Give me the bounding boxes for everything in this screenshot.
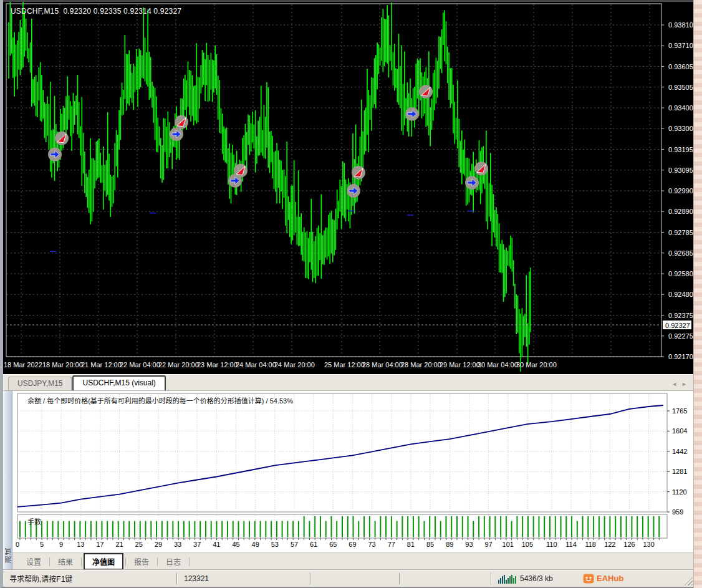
svg-text:5: 5: [40, 541, 44, 548]
svg-text:0.92685: 0.92685: [668, 249, 693, 257]
svg-text:0.93505: 0.93505: [668, 84, 693, 91]
svg-text:122: 122: [604, 541, 615, 548]
svg-text:0.93810: 0.93810: [668, 21, 693, 29]
svg-text:53: 53: [271, 541, 279, 548]
svg-text:69: 69: [349, 541, 356, 548]
svg-text:0.92785: 0.92785: [668, 229, 693, 236]
svg-text:22 Mar 20:00: 22 Mar 20:00: [158, 361, 199, 369]
svg-text:0.92375: 0.92375: [668, 312, 693, 319]
tab-separator: [125, 557, 126, 566]
svg-text:77: 77: [388, 541, 395, 548]
svg-text:0.92480: 0.92480: [668, 291, 693, 298]
svg-text:1281: 1281: [672, 468, 687, 475]
tester-tab-bar: 设置 结果 净值图 报告 日志: [12, 552, 693, 570]
svg-text:126: 126: [623, 541, 635, 548]
tab-scroll-left-icon[interactable]: ◄: [671, 381, 677, 387]
equity-chart-title: 余额 / 每个即时价格(基于所有可利用的最小时段的每一个价格的分形插值计算) /…: [27, 395, 293, 405]
svg-text:1765: 1765: [672, 407, 687, 415]
svg-text:101: 101: [502, 541, 514, 548]
svg-text:81: 81: [407, 541, 415, 548]
svg-text:97: 97: [484, 541, 492, 548]
tester-tab-equity-graph[interactable]: 净值图: [84, 553, 123, 570]
tester-tab-results[interactable]: 结果: [52, 554, 79, 569]
tab-separator: [157, 557, 158, 566]
svg-text:0.93400: 0.93400: [668, 104, 693, 112]
svg-text:57: 57: [291, 541, 298, 548]
svg-text:24 Mar 20:00: 24 Mar 20:00: [274, 361, 315, 369]
price-chart-panel[interactable]: 0.938100.937100.936050.935050.934000.933…: [3, 0, 693, 374]
tab-separator: [189, 557, 190, 566]
tester-tab-settings[interactable]: 设置: [20, 554, 47, 569]
svg-text:29: 29: [155, 541, 162, 548]
tester-panel: 测试 1765160414421281112095905913172125293…: [3, 390, 693, 569]
svg-text:89: 89: [446, 541, 453, 548]
svg-text:1120: 1120: [672, 488, 687, 496]
svg-text:65: 65: [329, 541, 337, 548]
svg-text:33: 33: [174, 541, 181, 548]
tab-scroll-arrows: ◄ ►: [671, 381, 687, 387]
tab-usdchf-m15-visual[interactable]: USDCHF,M15 (visual): [72, 375, 165, 390]
svg-text:25 Mar 12:00: 25 Mar 12:00: [324, 361, 365, 369]
svg-text:0: 0: [16, 541, 19, 548]
svg-text:41: 41: [213, 541, 220, 548]
svg-text:0.93605: 0.93605: [668, 63, 693, 70]
main-window: 0.938100.937100.936050.935050.934000.933…: [0, 0, 693, 588]
chart-tab-bar: USDJPY,M15 USDCHF,M15 (visual) ◄ ►: [3, 374, 693, 390]
svg-text:24 Mar 04:00: 24 Mar 04:00: [236, 361, 276, 369]
tester-main: 1765160414421281112095905913172125293337…: [12, 391, 693, 569]
svg-text:959: 959: [672, 508, 683, 516]
price-chart-canvas[interactable]: 0.938100.937100.936050.935050.934000.933…: [3, 2, 693, 374]
svg-text:0.92170: 0.92170: [668, 353, 693, 360]
eahub-label: EAHub: [597, 574, 623, 583]
status-value: 123321: [178, 570, 310, 587]
svg-text:22 Mar 04:00: 22 Mar 04:00: [120, 361, 160, 369]
svg-text:21 Mar 12:00: 21 Mar 12:00: [81, 361, 122, 369]
svg-text:0.93710: 0.93710: [668, 42, 693, 49]
svg-text:30 Mar 04:00: 30 Mar 04:00: [478, 361, 518, 369]
svg-text:18 Mar 2022: 18 Mar 2022: [4, 361, 42, 369]
svg-text:114: 114: [565, 541, 577, 548]
svg-text:49: 49: [252, 541, 259, 548]
svg-text:29 Mar 12:00: 29 Mar 12:00: [440, 361, 480, 369]
traffic-segment: 5436/3 kb: [492, 570, 577, 587]
svg-text:0.92890: 0.92890: [668, 208, 693, 215]
tester-tab-report[interactable]: 报告: [128, 554, 155, 569]
equity-chart-panel[interactable]: 1765160414421281112095905913172125293337…: [12, 391, 693, 552]
svg-text:45: 45: [232, 541, 239, 548]
svg-text:18 Mar 20:00: 18 Mar 20:00: [42, 361, 83, 369]
svg-text:21: 21: [115, 541, 123, 548]
tab-scroll-right-icon[interactable]: ►: [681, 381, 687, 387]
svg-text:13: 13: [77, 541, 84, 548]
svg-text:73: 73: [368, 541, 376, 548]
traffic-label: 5436/3 kb: [520, 574, 553, 583]
svg-text:105: 105: [522, 541, 533, 548]
svg-text:1604: 1604: [672, 427, 687, 435]
svg-text:93: 93: [465, 541, 473, 548]
svg-text:37: 37: [193, 541, 201, 548]
eahub-icon: [583, 573, 594, 584]
tester-tab-journal[interactable]: 日志: [160, 554, 187, 569]
equity-chart-canvas[interactable]: 1765160414421281112095905913172125293337…: [12, 391, 693, 552]
desktop-edge-strip: [693, 0, 702, 588]
chart-title: USDCHF,M15 0.92320 0.92335 0.92314 0.923…: [11, 7, 181, 16]
mt4-tester-window: 0.938100.937100.936050.935050.934000.933…: [0, 0, 702, 588]
svg-text:0.93300: 0.93300: [668, 125, 693, 132]
svg-text:0.93095: 0.93095: [668, 166, 693, 174]
svg-text:85: 85: [426, 541, 434, 548]
svg-text:0.92275: 0.92275: [668, 332, 693, 340]
svg-text:25: 25: [135, 541, 143, 548]
status-empty-segment: [311, 570, 399, 587]
tester-sidebar[interactable]: 测试: [3, 391, 12, 569]
status-bar: 寻求帮助,请按F1键 123321: [3, 569, 693, 587]
tab-usdjpy-m15[interactable]: USDJPY,M15: [8, 377, 72, 390]
svg-text:28 Mar 20:00: 28 Mar 20:00: [401, 361, 441, 369]
status-empty-segment: [400, 570, 491, 587]
svg-text:28 Mar 04:00: 28 Mar 04:00: [362, 361, 403, 369]
svg-text:0.92580: 0.92580: [668, 270, 693, 277]
svg-text:0.93195: 0.93195: [668, 146, 693, 153]
svg-text:61: 61: [310, 541, 317, 548]
connection-bars-icon: [498, 574, 517, 584]
eahub-logo[interactable]: EAHub: [577, 570, 693, 587]
svg-text:1442: 1442: [672, 448, 687, 455]
svg-text:0.92990: 0.92990: [668, 187, 693, 195]
